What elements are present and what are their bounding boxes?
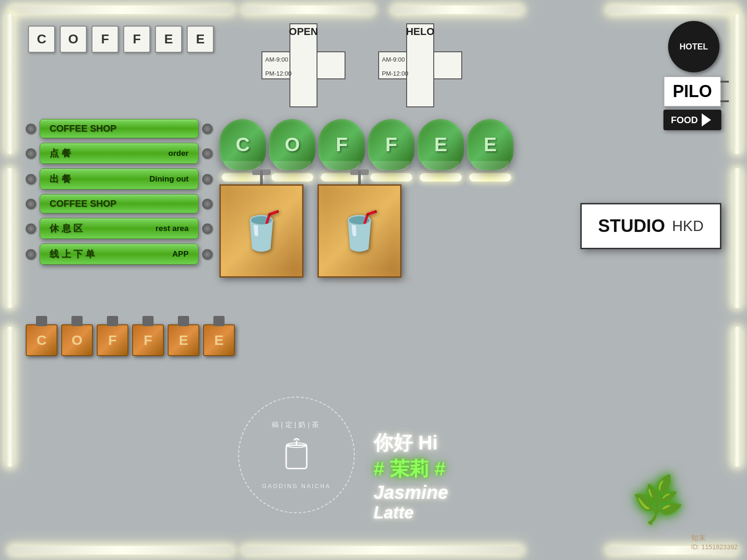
light-tube-top-left (9, 6, 233, 14)
svg-rect-0 (286, 445, 307, 469)
pilo-box: PILO (663, 76, 721, 107)
banner-tube-1: COFFEE SHOP (40, 119, 198, 138)
bronze-e2: E (203, 324, 235, 356)
light-tube-right-bot (733, 327, 741, 467)
bronze-e1: E (168, 324, 199, 356)
banner-1: COFFEE SHOP (26, 119, 212, 138)
pill-light-e2 (469, 173, 511, 182)
cup-sign-1: 🥤 (219, 184, 303, 278)
banner-tube-4: COFFEE SHOP (40, 194, 198, 213)
letter-o1: O (60, 26, 87, 53)
banner-4: COFFEE SHOP (26, 194, 212, 213)
cup-sign-frame-1: 🥤 (219, 184, 303, 278)
banner-tube-3: 出 餐 Dining out (40, 168, 198, 189)
open-time1: AM-9:00 (265, 56, 288, 63)
banner-6-en: APP (172, 250, 189, 259)
banner-mount-5-right (202, 224, 212, 234)
hotel-label: HOTEL (679, 42, 708, 52)
neon-bottom-text: GAODING NAICHA (262, 483, 331, 490)
green-pill-o: O (269, 119, 316, 170)
helo-label: HELO (406, 26, 434, 38)
banner-4-text: COFFEE SHOP (49, 198, 116, 209)
green-pill-e1: E (417, 119, 464, 170)
light-tube-right-mid (733, 168, 741, 308)
cup-sign-2: 🥤 (317, 184, 402, 278)
banner-mount-5-left (26, 224, 36, 234)
watermark-id: ID: 1151823392 (691, 543, 738, 551)
light-tube-bottom-mid (243, 546, 523, 554)
banner-5-zh: 休 息 区 (49, 222, 83, 235)
light-tube-top-mid-right (392, 6, 523, 14)
pill-light-o (271, 173, 313, 182)
banner-mount-3-left (26, 174, 36, 184)
open-sign-cross: OPEN AM-9:00 PM-12:00 (261, 23, 345, 107)
letter-e2: E (187, 26, 214, 53)
banner-3-zh: 出 餐 (49, 173, 71, 185)
food-arrow: FOOD (663, 110, 721, 130)
light-tube-left-mid (6, 168, 14, 308)
pilo-label: PILO (673, 82, 712, 101)
neon-line3: Jasmine (374, 482, 448, 503)
cup-icon-1: 🥤 (238, 209, 285, 253)
banner-mount-1-right (202, 124, 212, 134)
pilo-bracket-top (720, 81, 729, 83)
bronze-o: O (61, 324, 93, 356)
banner-mount-4-right (202, 199, 212, 209)
banner-6-zh: 线 上 下 单 (49, 248, 95, 260)
letter-e1: E (155, 26, 182, 53)
helo-sign-cross: HELO AM-9:00 PM-12:00 (378, 23, 462, 107)
banner-mount-1-left (26, 124, 36, 134)
neon-cup-svg (278, 431, 315, 481)
studio-label: STUDIO (598, 216, 665, 236)
banner-mount-2-left (26, 148, 36, 159)
banner-mount-4-left (26, 199, 36, 209)
cup-sign-frame-2: 🥤 (317, 184, 402, 278)
banner-2-en: order (169, 149, 189, 158)
banner-mount-6-left (26, 249, 36, 259)
cup-icon-2: 🥤 (336, 209, 383, 253)
banner-tube-6: 线 上 下 单 APP (40, 244, 198, 265)
bronze-c: C (26, 324, 57, 356)
green-pill-f2: F (368, 119, 415, 170)
open-label: OPEN (289, 26, 318, 38)
arrow-right-icon (702, 113, 711, 126)
open-sign: OPEN AM-9:00 PM-12:00 (261, 23, 345, 107)
bronze-mount-o (71, 316, 83, 326)
studio-text: STUDIO HKD (598, 216, 704, 236)
pilo-bracket-bot (720, 100, 729, 102)
light-tube-bottom-left (9, 546, 233, 554)
bronze-mount-f1 (107, 316, 118, 326)
watermark: 知末 ID: 1151823392 (691, 533, 738, 551)
coffee-bronze-letters: C O F F E E (26, 324, 235, 356)
banner-6: 线 上 下 单 APP (26, 244, 212, 265)
neon-line4: Latte (374, 503, 448, 523)
hotel-circle: HOTEL (668, 21, 719, 72)
neon-line1: 你好 Hi (374, 430, 448, 456)
banner-5-en: rest area (155, 224, 189, 233)
green-pill-f1: F (318, 119, 365, 170)
pill-light-e1 (420, 173, 462, 182)
bronze-f1: F (97, 324, 128, 356)
banner-mount-6-right (202, 249, 212, 259)
helo-time1: AM-9:00 (382, 56, 405, 63)
letter-f1: F (92, 26, 119, 53)
letter-c1: C (28, 26, 55, 53)
bronze-f2: F (132, 324, 164, 356)
letter-f2: F (123, 26, 150, 53)
banner-mount-3-right (202, 174, 212, 184)
bronze-mount-e2 (213, 316, 225, 326)
neon-line2: # 茉莉 # (374, 456, 448, 482)
bronze-mount-f2 (142, 316, 154, 326)
helo-sign: HELO AM-9:00 PM-12:00 (378, 23, 462, 107)
light-tube-left-top (6, 14, 14, 154)
neon-tea-circle: 稿|定|奶|茶 GAODING NAICHA (238, 397, 355, 513)
banner-tube-5: 休 息 区 rest area (40, 218, 198, 239)
banner-mount-2-right (202, 148, 212, 159)
banner-2: 点 餐 order (26, 143, 212, 164)
banner-3: 出 餐 Dining out (26, 168, 212, 189)
banner-5: 休 息 区 rest area (26, 218, 212, 239)
bronze-mount-e1 (178, 316, 189, 326)
neon-jasmine-latte: 你好 Hi # 茉莉 # Jasmine Latte (374, 430, 448, 523)
pill-light-f2 (370, 173, 412, 182)
neon-top-text: 稿|定|奶|茶 (272, 420, 322, 429)
